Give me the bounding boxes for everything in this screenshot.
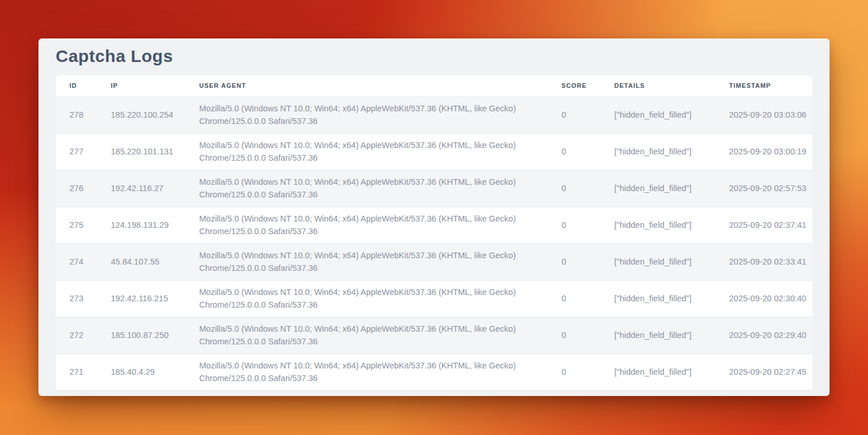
cell-timestamp: 2025-09-20 02:57:53 — [729, 170, 812, 207]
cell-details: ["hidden_field_filled"] — [614, 280, 729, 317]
cell-score: 0 — [561, 280, 614, 317]
cell-timestamp: 2025-09-20 02:37:41 — [729, 207, 812, 243]
cell-id: 276 — [56, 170, 111, 207]
cell-user_agent: Mozilla/5.0 (Windows NT 10.0; Win64; x64… — [199, 354, 561, 390]
cell-user_agent: Mozilla/5.0 (Windows NT 10.0; Win64; x64… — [199, 317, 561, 354]
cell-id: 273 — [56, 280, 111, 317]
cell-user_agent: Mozilla/5.0 (Windows NT 10.0; Win64; x64… — [199, 280, 561, 317]
logs-table-container: IDIPUSER AGENTSCOREDETAILSTIMESTAMP 2781… — [56, 75, 812, 391]
cell-score: 0 — [561, 207, 614, 243]
cell-id: 277 — [56, 133, 111, 170]
cell-user_agent: Mozilla/5.0 (Windows NT 10.0; Win64; x64… — [199, 96, 561, 133]
cell-score: 0 — [561, 133, 614, 170]
cell-ip: 192.42.116.215 — [111, 280, 199, 317]
cell-timestamp: 2025-09-20 02:27:45 — [729, 354, 812, 390]
page-background: Captcha Logs IDIPUSER AGENTSCOREDETAILST… — [0, 0, 868, 435]
table-row: 271185.40.4.29Mozilla/5.0 (Windows NT 10… — [56, 354, 812, 390]
table-row: 273192.42.116.215Mozilla/5.0 (Windows NT… — [56, 280, 812, 317]
cell-score: 0 — [561, 354, 614, 390]
column-header-id: ID — [56, 75, 111, 96]
cell-score: 0 — [561, 243, 614, 280]
cell-score: 0 — [561, 96, 614, 133]
cell-ip: 192.42.116.27 — [111, 170, 199, 207]
table-row: 276192.42.116.27Mozilla/5.0 (Windows NT … — [56, 170, 812, 207]
cell-timestamp: 2025-09-20 02:29:40 — [729, 317, 812, 354]
cell-ip: 185.220.101.131 — [111, 133, 199, 170]
table-header-row: IDIPUSER AGENTSCOREDETAILSTIMESTAMP — [56, 75, 812, 96]
column-header-ip: IP — [111, 75, 199, 96]
cell-details: ["hidden_field_filled"] — [614, 207, 729, 243]
cell-timestamp: 2025-09-20 03:00:19 — [729, 133, 812, 170]
cell-details: ["hidden_field_filled"] — [614, 317, 729, 354]
cell-id: 275 — [56, 207, 111, 243]
cell-details: ["hidden_field_filled"] — [614, 170, 729, 207]
cell-details: ["hidden_field_filled"] — [614, 96, 729, 133]
cell-user_agent: Mozilla/5.0 (Windows NT 10.0; Win64; x64… — [199, 207, 561, 243]
table-row: 27445.84.107.55Mozilla/5.0 (Windows NT 1… — [56, 243, 812, 280]
table-row: 278185.220.100.254Mozilla/5.0 (Windows N… — [56, 96, 812, 133]
cell-id: 271 — [56, 354, 111, 390]
column-header-details: DETAILS — [614, 75, 729, 96]
cell-user_agent: Mozilla/5.0 (Windows NT 10.0; Win64; x64… — [199, 243, 561, 280]
cell-timestamp: 2025-09-20 02:30:40 — [729, 280, 812, 317]
cell-id: 274 — [56, 243, 111, 280]
cell-id: 272 — [56, 317, 111, 354]
cell-timestamp: 2025-09-20 03:03:06 — [729, 96, 812, 133]
cell-timestamp: 2025-09-20 02:33:41 — [729, 243, 812, 280]
cell-id: 278 — [56, 96, 111, 133]
cell-details: ["hidden_field_filled"] — [614, 133, 729, 170]
cell-score: 0 — [561, 170, 614, 207]
cell-ip: 185.100.87.250 — [111, 317, 199, 354]
logs-table: IDIPUSER AGENTSCOREDETAILSTIMESTAMP 2781… — [56, 75, 812, 391]
captcha-logs-card: Captcha Logs IDIPUSER AGENTSCOREDETAILST… — [38, 38, 830, 396]
cell-details: ["hidden_field_filled"] — [614, 354, 729, 390]
page-title: Captcha Logs — [56, 46, 812, 67]
table-row: 272185.100.87.250Mozilla/5.0 (Windows NT… — [56, 317, 812, 354]
cell-ip: 185.220.100.254 — [111, 96, 199, 133]
column-header-score: SCORE — [561, 75, 614, 96]
cell-ip: 124.198.131.29 — [111, 207, 199, 243]
cell-score: 0 — [561, 317, 614, 354]
cell-user_agent: Mozilla/5.0 (Windows NT 10.0; Win64; x64… — [199, 133, 561, 170]
cell-ip: 185.40.4.29 — [111, 354, 199, 390]
cell-user_agent: Mozilla/5.0 (Windows NT 10.0; Win64; x64… — [199, 170, 561, 207]
cell-ip: 45.84.107.55 — [111, 243, 199, 280]
table-row: 275124.198.131.29Mozilla/5.0 (Windows NT… — [56, 207, 812, 243]
table-body: 278185.220.100.254Mozilla/5.0 (Windows N… — [56, 96, 812, 390]
cell-details: ["hidden_field_filled"] — [614, 243, 729, 280]
table-row: 277185.220.101.131Mozilla/5.0 (Windows N… — [56, 133, 812, 170]
column-header-user_agent: USER AGENT — [199, 75, 561, 96]
column-header-timestamp: TIMESTAMP — [729, 75, 812, 96]
